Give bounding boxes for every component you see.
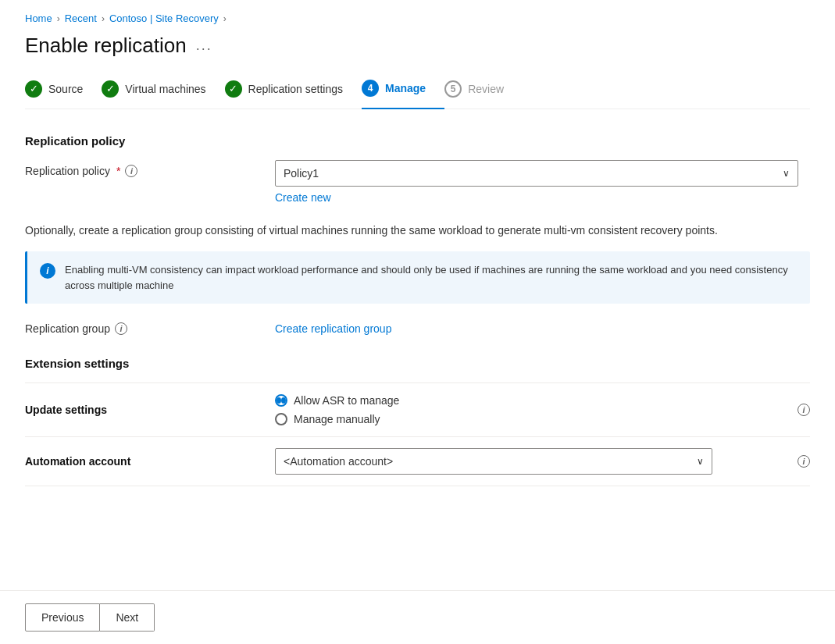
page-title: Enable replication: [25, 34, 187, 58]
automation-account-info-icon[interactable]: i: [798, 455, 810, 468]
step-manage-label: Manage: [385, 82, 426, 94]
automation-account-row: Automation account <Automation account> …: [25, 437, 810, 486]
automation-account-control: <Automation account> ∨: [275, 448, 779, 475]
allow-asr-option[interactable]: Allow ASR to manage: [275, 394, 779, 407]
extension-settings-title: Extension settings: [25, 357, 810, 370]
create-new-link[interactable]: Create new: [275, 191, 331, 204]
update-settings-info-area: i: [779, 404, 810, 416]
next-button[interactable]: Next: [100, 603, 155, 632]
replication-policy-control: Policy1 ∨ Create new: [275, 160, 810, 204]
replication-policy-dropdown-arrow-icon: ∨: [783, 168, 790, 179]
manage-manually-radio[interactable]: [275, 413, 287, 425]
automation-account-info-area: i: [779, 455, 810, 468]
update-settings-row: Update settings Allow ASR to manage Mana…: [25, 383, 810, 437]
breadcrumb-home[interactable]: Home: [25, 12, 52, 24]
manage-manually-label: Manage manually: [294, 413, 380, 425]
automation-account-placeholder: <Automation account>: [284, 455, 393, 468]
allow-asr-radio[interactable]: [275, 394, 287, 407]
step-source-check-icon: ✓: [25, 80, 42, 98]
replication-group-info-icon[interactable]: i: [115, 322, 127, 335]
automation-account-label: Automation account: [25, 455, 275, 468]
step-virtual-machines[interactable]: ✓ Virtual machines: [102, 80, 224, 109]
step-vm-check-icon: ✓: [102, 80, 119, 98]
step-review[interactable]: 5 Review: [444, 80, 523, 109]
replication-group-label: Replication group i: [25, 322, 275, 335]
update-settings-control: Allow ASR to manage Manage manually: [275, 394, 779, 425]
breadcrumb-sep-3: ›: [223, 13, 227, 24]
info-box: i Enabling multi-VM consistency can impa…: [25, 251, 810, 304]
step-review-number-icon: 5: [444, 80, 462, 98]
update-settings-label: Update settings: [25, 404, 275, 416]
wizard-steps-bar: ✓ Source ✓ Virtual machines ✓ Replicatio…: [25, 80, 810, 109]
breadcrumb-sep-2: ›: [102, 13, 105, 24]
automation-account-dropdown-arrow-icon: ∨: [697, 456, 704, 467]
description-text: Optionally, create a replication group c…: [25, 222, 806, 239]
automation-account-dropdown[interactable]: <Automation account> ∨: [275, 448, 712, 475]
step-replication-settings[interactable]: ✓ Replication settings: [225, 80, 362, 109]
extension-settings-table: Update settings Allow ASR to manage Mana…: [25, 382, 810, 486]
info-box-text: Enabling multi-VM consistency can impact…: [65, 262, 798, 293]
update-settings-info-icon[interactable]: i: [798, 404, 810, 416]
footer: Previous Next: [0, 590, 835, 644]
replication-group-label-text: Replication group: [25, 322, 110, 335]
previous-button[interactable]: Previous: [25, 603, 100, 632]
step-rep-settings-check-icon: ✓: [225, 80, 242, 98]
replication-policy-dropdown[interactable]: Policy1 ∨: [275, 160, 798, 187]
step-vm-label: Virtual machines: [125, 83, 205, 95]
info-box-icon: i: [40, 263, 55, 279]
allow-asr-label: Allow ASR to manage: [294, 394, 399, 407]
manage-manually-option[interactable]: Manage manually: [275, 413, 779, 425]
step-rep-settings-label: Replication settings: [248, 83, 343, 95]
required-star: *: [116, 165, 120, 177]
step-source-label: Source: [48, 83, 83, 95]
page-title-menu-button[interactable]: ...: [196, 37, 212, 54]
step-manage-number-icon: 4: [362, 80, 379, 97]
step-manage[interactable]: 4 Manage: [362, 80, 444, 109]
breadcrumb-current[interactable]: Contoso | Site Recovery: [109, 12, 219, 24]
replication-policy-section-title: Replication policy: [25, 134, 810, 148]
replication-policy-label-row: Replication policy * i: [25, 160, 275, 177]
replication-group-row: Replication group i Create replication g…: [25, 322, 810, 335]
create-replication-group-link[interactable]: Create replication group: [275, 322, 391, 335]
breadcrumb-sep-1: ›: [57, 13, 60, 24]
step-review-label: Review: [468, 83, 504, 95]
replication-policy-selected-value: Policy1: [284, 167, 319, 180]
breadcrumb-recent[interactable]: Recent: [65, 12, 97, 24]
replication-policy-info-icon[interactable]: i: [125, 165, 137, 177]
replication-policy-label: Replication policy: [25, 165, 110, 177]
breadcrumb: Home › Recent › Contoso | Site Recovery …: [25, 12, 810, 24]
step-source[interactable]: ✓ Source: [25, 80, 102, 109]
